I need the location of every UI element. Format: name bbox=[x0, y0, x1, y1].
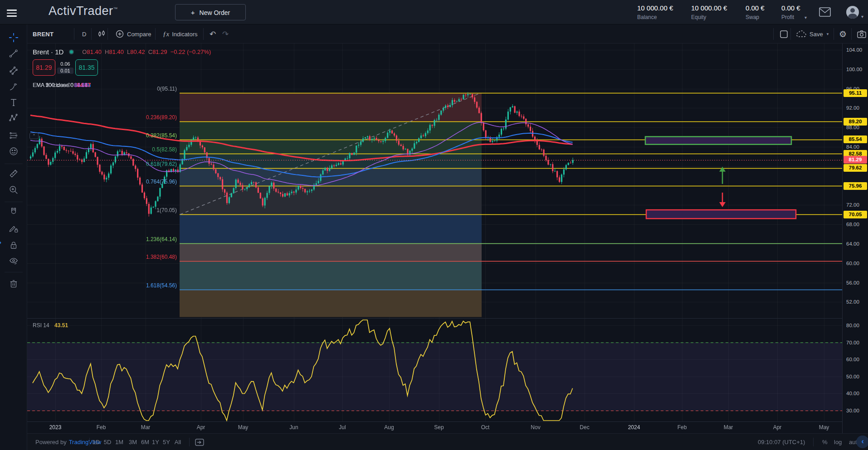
percent-scale-button[interactable]: % bbox=[822, 434, 828, 450]
tool-trend-line-icon[interactable] bbox=[8, 48, 19, 59]
chart-area: Brent · 1D O81.40H81.40L80.42C81.29 −0.2… bbox=[27, 44, 868, 433]
settings-gear-icon[interactable]: ⚙ bbox=[839, 24, 847, 44]
tool-fib-retracement-icon[interactable] bbox=[8, 65, 19, 76]
tool-pattern-icon[interactable] bbox=[8, 112, 19, 123]
account-caret-icon[interactable]: ▾ bbox=[861, 14, 863, 19]
app-logo-text: ActivTrader bbox=[49, 4, 113, 18]
tool-text-icon[interactable] bbox=[8, 97, 19, 108]
clock[interactable]: 09:10:07 (UTC+1) bbox=[758, 434, 805, 450]
log-scale-button[interactable]: log bbox=[834, 434, 842, 450]
chart-style-button[interactable] bbox=[98, 24, 106, 44]
tool-magnet-icon[interactable] bbox=[8, 206, 19, 217]
tool-remove-drawings-icon[interactable] bbox=[8, 278, 19, 289]
range-button-6m[interactable]: 6M bbox=[141, 434, 149, 450]
tool-lock-all-icon[interactable] bbox=[8, 240, 19, 251]
screenshot-camera-icon[interactable] bbox=[857, 24, 866, 44]
tool-zoom-in-icon[interactable] bbox=[8, 184, 19, 195]
spread-value: 0.06 bbox=[60, 61, 70, 67]
chart-region: BRENT D Compare ƒx Indicators ↶ ↷ bbox=[27, 24, 868, 450]
fib-level-label: 0.618(79.62) bbox=[122, 161, 177, 167]
stat-equity: 10 000.00 € Equity bbox=[691, 4, 727, 20]
legend-symbol[interactable]: Brent · 1D bbox=[33, 48, 63, 56]
save-caret-icon: ▾ bbox=[827, 32, 829, 36]
go-to-date-icon[interactable] bbox=[195, 434, 204, 450]
fib-level-label: 1.618(54.56) bbox=[122, 282, 177, 289]
current-price-badge: 81.29 bbox=[844, 156, 867, 164]
range-button-1d[interactable]: 1D bbox=[93, 434, 100, 450]
fib-level-label: 0.236(89.20) bbox=[122, 114, 177, 121]
time-label[interactable]: 2024 bbox=[628, 424, 640, 431]
collapse-indicators-button[interactable]: ⌃ bbox=[29, 133, 39, 139]
time-label[interactable]: Jun bbox=[289, 424, 298, 431]
interval-button[interactable]: D bbox=[82, 24, 86, 44]
price-tick: 68.00 bbox=[846, 222, 859, 227]
time-label[interactable]: Aug bbox=[384, 424, 394, 431]
save-button[interactable]: Save ▾ bbox=[796, 24, 829, 44]
rsi-tick: 30.00 bbox=[846, 408, 859, 413]
fib-level-label: 1.236(64.14) bbox=[122, 236, 177, 242]
tool-brush-icon[interactable] bbox=[8, 82, 19, 92]
time-label[interactable]: Nov bbox=[531, 424, 540, 431]
range-button-5y[interactable]: 5Y bbox=[163, 434, 170, 450]
price-tick: 100.00 bbox=[846, 67, 862, 72]
buy-ask-button[interactable]: 81.35 bbox=[75, 59, 98, 76]
time-label[interactable]: Dec bbox=[580, 424, 589, 431]
legend-change: −0.22 (−0.27%) bbox=[171, 48, 211, 55]
multichart-layout-icon[interactable] bbox=[780, 24, 788, 44]
time-label[interactable]: Apr bbox=[197, 424, 205, 431]
tool-ruler-icon[interactable] bbox=[8, 168, 19, 179]
tool-hide-drawings-icon[interactable] bbox=[8, 256, 19, 266]
compare-button[interactable]: Compare bbox=[116, 24, 151, 44]
tool-parallel-channel-icon[interactable] bbox=[8, 130, 19, 141]
time-label[interactable]: May bbox=[238, 424, 249, 431]
ohlc-key: H bbox=[105, 48, 109, 55]
time-label[interactable]: Oct bbox=[481, 424, 490, 431]
chart-toolbar: BRENT D Compare ƒx Indicators ↶ ↷ bbox=[27, 24, 868, 44]
symbol-button[interactable]: BRENT bbox=[33, 24, 54, 44]
expand-left-chevron[interactable]: › bbox=[0, 237, 1, 248]
time-label[interactable]: May bbox=[819, 424, 829, 431]
new-order-button[interactable]: +New Order bbox=[175, 4, 246, 20]
range-button-3m[interactable]: 3M bbox=[129, 434, 137, 450]
tool-crosshair-icon[interactable] bbox=[8, 32, 19, 43]
pip-value: 0.01 bbox=[57, 68, 73, 74]
sell-bid-button[interactable]: 81.29 bbox=[33, 59, 55, 76]
undo-icon[interactable]: ↶ bbox=[210, 24, 216, 44]
time-label[interactable]: Jul bbox=[339, 424, 346, 431]
indicator-row[interactable]: EMA 50 close 0 84.88 bbox=[33, 81, 88, 89]
time-label[interactable]: Feb bbox=[97, 424, 106, 431]
time-label[interactable]: Mar bbox=[724, 424, 733, 431]
profit-caret-icon[interactable]: ▾ bbox=[805, 15, 807, 20]
tool-emoji-icon[interactable] bbox=[8, 146, 19, 157]
redo-icon[interactable]: ↷ bbox=[222, 24, 229, 44]
time-label[interactable]: Mar bbox=[141, 424, 151, 431]
fx-icon: ƒx bbox=[163, 30, 169, 38]
indicators-button[interactable]: ƒx Indicators bbox=[163, 24, 198, 44]
time-label[interactable]: 2023 bbox=[49, 424, 62, 431]
tool-drawing-lock-icon[interactable] bbox=[8, 223, 19, 234]
compare-label: Compare bbox=[127, 31, 151, 38]
rsi-legend: RSI 14 43.51 bbox=[33, 322, 68, 329]
legend-ohlc: O81.40H81.40L80.42C81.29 bbox=[82, 48, 170, 55]
fib-level-label: 0(95.11) bbox=[122, 86, 177, 92]
range-button-5d[interactable]: 5D bbox=[104, 434, 112, 450]
range-button-all[interactable]: All bbox=[175, 434, 181, 450]
time-label[interactable]: Feb bbox=[678, 424, 687, 431]
level-price-badge: 70.05 bbox=[844, 211, 867, 218]
time-axis[interactable]: 2023FebMarAprMayJunJulAugSepOctNovDec202… bbox=[27, 421, 842, 433]
time-label[interactable]: Sep bbox=[434, 424, 444, 431]
menu-icon[interactable] bbox=[7, 8, 18, 17]
range-button-1m[interactable]: 1M bbox=[115, 434, 123, 450]
price-axis[interactable]: 104.00100.0096.0092.0088.0084.0072.0068.… bbox=[842, 44, 868, 433]
collapse-right-button[interactable]: ‹ bbox=[856, 435, 868, 448]
activtrader-app: ActivTrader™ +New Order 10 000.00 € Bala… bbox=[0, 0, 868, 450]
mail-icon[interactable] bbox=[819, 7, 831, 19]
range-button-1y[interactable]: 1Y bbox=[152, 434, 159, 450]
price-tick: 72.00 bbox=[846, 202, 859, 208]
time-label[interactable]: Apr bbox=[773, 424, 782, 431]
fib-level-label: 0.764(75.96) bbox=[122, 179, 177, 185]
chart-footer: Powered by TradingView 1D5D1M3M6M1Y5YAll… bbox=[27, 433, 868, 450]
avatar[interactable] bbox=[846, 6, 859, 19]
stat-label: Balance bbox=[637, 14, 673, 20]
chart-legend: Brent · 1D O81.40H81.40L80.42C81.29 −0.2… bbox=[33, 47, 211, 56]
